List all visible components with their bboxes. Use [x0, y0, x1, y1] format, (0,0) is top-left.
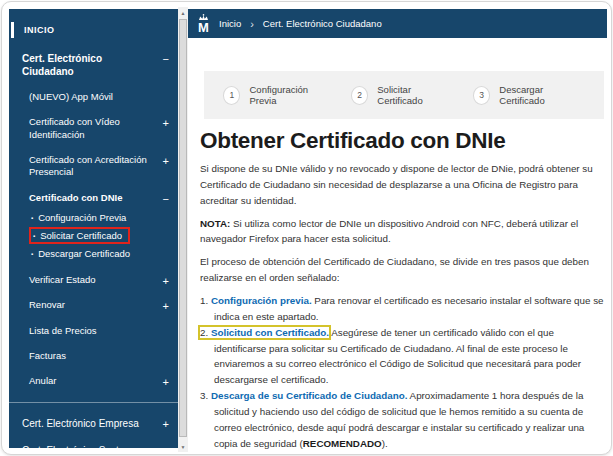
sidebar-nav: INICIO Cert. Electrónico Ciudadano − (NU… — [9, 9, 178, 448]
main-content: 1 Configuración Previa 2 Solicitar Certi… — [188, 38, 607, 451]
step-indicator: 1 Configuración Previa 2 Solicitar Certi… — [204, 71, 604, 119]
breadcrumb-bar: M Inicio › Cert. Electrónico Ciudadano — [188, 9, 607, 38]
sidebar-item-renovar[interactable]: Renovar + — [9, 299, 178, 311]
sidebar-item-verificar-estado[interactable]: Verificar Estado + — [9, 274, 178, 286]
bullet-icon: ▪ — [31, 215, 33, 221]
nota-paragraph: NOTA: Si utiliza como lector de DNIe un … — [200, 216, 604, 248]
page-title: Obtener Certificado con DNIe — [200, 128, 604, 154]
sidebar-item-lista-de-precios[interactable]: Lista de Precios — [9, 325, 178, 337]
expand-icon[interactable]: + — [163, 375, 169, 389]
solicitud-con-certificado-link[interactable]: Solicitud con Certificado. — [211, 327, 329, 338]
sidebar-item-label: Configuración Previa — [38, 212, 126, 223]
sidebar-item-solicitar-certificado[interactable]: ▪ Solicitar Certificado — [29, 227, 130, 244]
breadcrumb-current[interactable]: Cert. Electrónico Ciudadano — [263, 18, 382, 29]
step-1: 1 Configuración Previa — [223, 84, 330, 106]
scrollbar-thumb[interactable] — [179, 19, 187, 437]
list-number: 3. — [200, 390, 208, 401]
sidebar-item-label: Lista de Precios — [29, 325, 97, 336]
list-item-solicitud-con-certificado: 2. Solicitud con Certificado. Asegúrese … — [200, 325, 604, 388]
sidebar-item-label: Renovar — [29, 299, 65, 310]
sidebar-item-label: Solicitar Certificado — [40, 230, 122, 241]
app-window: INICIO Cert. Electrónico Ciudadano − (NU… — [1, 1, 612, 455]
step-2: 2 Solicitar Certificado — [351, 84, 452, 106]
list-item-configuracion-previa: 1. Configuración previa. Para renovar el… — [200, 293, 604, 325]
collapse-icon[interactable]: − — [163, 192, 169, 206]
scroll-down-icon[interactable]: ▼ — [178, 441, 188, 452]
nota-label: NOTA: — [200, 218, 230, 229]
sidebar-item-cert-electronico-sector-publico[interactable]: Cert. Electrónico Sector Público + — [9, 444, 178, 448]
nota-text: Si utiliza como lector de DNIe un dispos… — [200, 218, 578, 245]
sidebar-item-inicio[interactable]: INICIO — [11, 22, 178, 38]
sidebar-sublist-dnie: ▪ Configuración Previa ▪ Solicitar Certi… — [9, 210, 178, 261]
vertical-scrollbar[interactable]: ▲ ▼ — [178, 7, 188, 452]
process-paragraph: El proceso de obtención del Certificado … — [200, 254, 604, 286]
scroll-up-icon[interactable]: ▲ — [178, 7, 188, 18]
list-number: 1. — [200, 295, 208, 306]
descarga-certificado-link[interactable]: Descarga de su Certificado de Ciudadano. — [211, 390, 408, 401]
sidebar-item-label: Facturas — [29, 350, 66, 361]
sidebar-item-anular[interactable]: Anular + — [9, 375, 178, 387]
expand-icon[interactable]: + — [163, 274, 169, 288]
sidebar-item-label: Descargar Certificado — [38, 248, 130, 259]
list-item-descarga-certificado: 3. Descarga de su Certificado de Ciudada… — [200, 388, 604, 451]
sidebar-item-label: Cert. Electrónico Sector Público — [22, 445, 128, 448]
expand-icon[interactable]: + — [163, 116, 169, 130]
sidebar-item-label: Certificado con Vídeo Identificación — [29, 116, 120, 139]
bullet-icon: ▪ — [31, 251, 33, 257]
list-item-text-end: ). — [382, 438, 388, 449]
expand-icon[interactable]: + — [163, 299, 169, 313]
recomendado-emphasis: RECOMENDADO — [303, 438, 382, 449]
annotation-highlight-box: 2. Solicitud con Certificado. — [200, 327, 329, 338]
sidebar-item-certificado-con-dnie[interactable]: Certificado con DNIe − — [9, 192, 178, 204]
step-3: 3 Descargar Certificado — [473, 84, 583, 106]
sidebar-item-label: Certificado con DNIe — [29, 192, 122, 203]
chevron-right-icon: › — [250, 18, 254, 30]
sidebar-item-certificado-acreditacion-presencial[interactable]: Certificado con Acreditación Presencial … — [9, 154, 178, 179]
sidebar-item-descargar-certificado[interactable]: ▪ Descargar Certificado — [29, 246, 136, 261]
sidebar-item-label: Certificado con Acreditación Presencial — [29, 154, 147, 177]
expand-icon[interactable]: + — [163, 154, 169, 168]
step-2-label: Solicitar Certificado — [377, 84, 452, 106]
sidebar-item-cert-electronico-ciudadano[interactable]: Cert. Electrónico Ciudadano − — [9, 52, 178, 78]
bullet-icon: ▪ — [33, 233, 35, 239]
svg-text:M: M — [198, 20, 209, 34]
intro-paragraph: Si dispone de su DNIe válido y no revoca… — [200, 161, 604, 209]
collapse-icon[interactable]: − — [163, 52, 169, 66]
sidebar-item-label: (NUEVO) App Móvil — [29, 91, 113, 102]
expand-icon[interactable]: + — [163, 444, 169, 448]
step-3-label: Descargar Certificado — [499, 84, 583, 106]
sidebar-item-certificado-video-identificacion[interactable]: Certificado con Vídeo Identificación + — [9, 116, 178, 141]
sidebar-item-label: Verificar Estado — [29, 274, 96, 285]
sidebar-divider — [9, 402, 178, 403]
sidebar-item-cert-electronico-empresa[interactable]: Cert. Electrónico Empresa + — [9, 417, 178, 430]
step-1-circle: 1 — [223, 86, 240, 105]
sidebar-item-facturas[interactable]: Facturas — [9, 350, 178, 362]
sidebar-item-label: Anular — [29, 375, 56, 386]
steps-ordered-list: 1. Configuración previa. Para renovar el… — [200, 293, 604, 452]
configuracion-previa-link[interactable]: Configuración previa. — [211, 295, 312, 306]
sidebar-item-app-movil[interactable]: (NUEVO) App Móvil — [9, 91, 178, 103]
step-1-label: Configuración Previa — [249, 84, 329, 106]
breadcrumb-home-link[interactable]: Inicio — [219, 18, 241, 29]
list-number: 2. — [200, 327, 208, 338]
fnmt-crown-logo-icon: M — [197, 14, 210, 33]
step-3-circle: 3 — [473, 86, 490, 105]
expand-icon[interactable]: + — [163, 417, 169, 431]
sidebar-item-label: Cert. Electrónico Ciudadano — [22, 53, 102, 77]
step-2-circle: 2 — [351, 86, 368, 105]
sidebar-item-configuracion-previa[interactable]: ▪ Configuración Previa — [29, 210, 132, 225]
sidebar-item-label: Cert. Electrónico Empresa — [22, 418, 139, 429]
